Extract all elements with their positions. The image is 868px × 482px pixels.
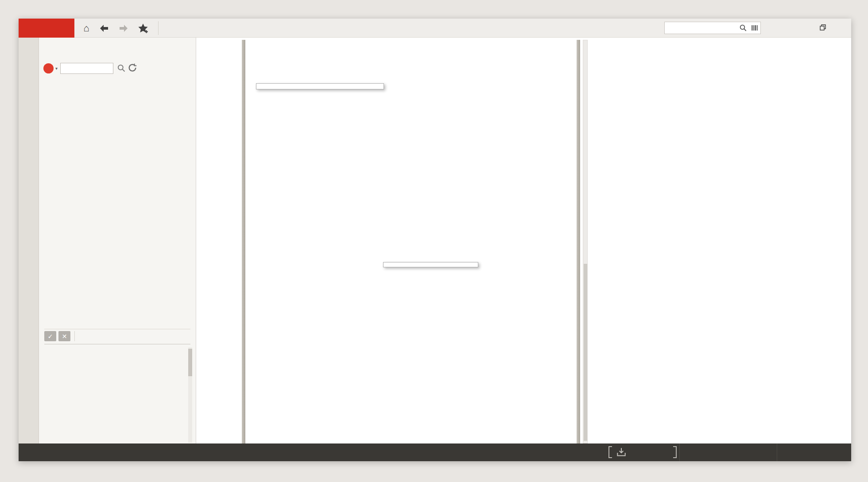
add-node-button[interactable] [43,63,54,73]
forward-icon[interactable] [117,22,130,35]
app-logo [19,19,74,38]
global-search[interactable] [664,22,761,34]
scrollbar-thumb[interactable] [584,264,587,441]
restore-button[interactable] [818,24,827,33]
divider [679,443,680,461]
barcode-icon[interactable] [749,22,760,34]
rack-rail-left [242,40,245,443]
window-controls [778,19,848,38]
rack-rail-right [577,40,580,443]
context-menu [256,83,384,89]
drop-here-icon [616,447,627,460]
scrollbar-thumb[interactable] [188,349,192,376]
rack-view [196,38,851,443]
back-icon[interactable] [97,22,111,35]
title-bar: ⌂ [19,19,851,38]
rack-scrollbar[interactable] [583,40,588,443]
divider [777,443,777,461]
global-search-input[interactable] [665,24,737,32]
divider [44,329,190,329]
pathfinder-app: ⌂ [0,0,868,482]
side-panel: ▾ ✓ ✕ [39,38,196,443]
search-icon[interactable] [737,22,749,34]
home-icon[interactable]: ⌂ [80,22,93,35]
toolbar-separator [158,21,159,35]
apply-button[interactable]: ✓ [44,331,56,341]
status-bar [19,443,851,461]
discard-button[interactable]: ✕ [58,331,70,341]
left-icon-rail [19,38,39,443]
add-node-caret-icon[interactable]: ▾ [55,66,58,71]
divider [44,344,190,344]
favorite-add-icon[interactable] [136,22,150,35]
properties-scrollbar[interactable] [188,347,192,443]
drop-bracket [608,446,612,458]
structure-search-icon[interactable] [117,64,126,74]
divider [74,331,75,341]
structure-search-input[interactable] [60,63,113,74]
drop-bracket [673,446,677,458]
refresh-icon[interactable] [128,63,137,74]
reports-submenu [383,262,478,267]
